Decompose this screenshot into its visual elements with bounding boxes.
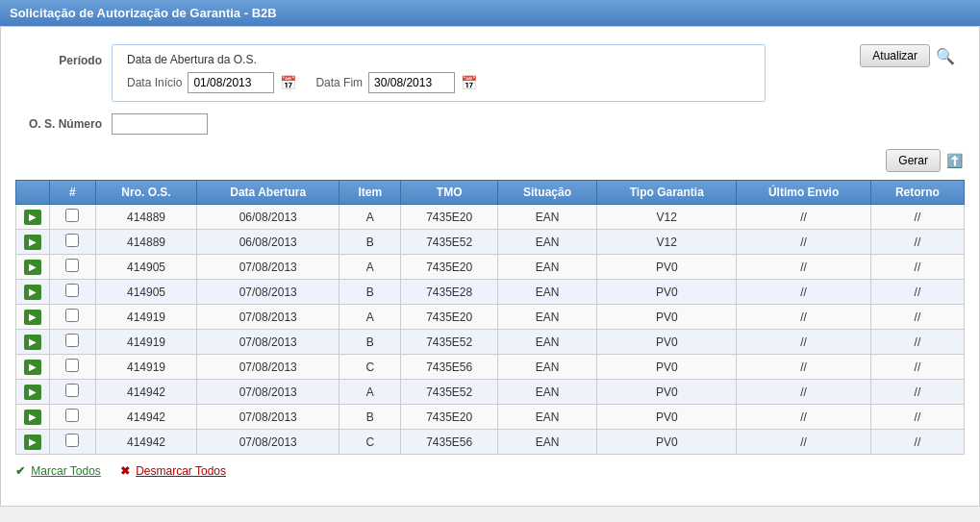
- row-action-icon[interactable]: ▶: [16, 205, 50, 230]
- col-tmo: TMO: [401, 181, 497, 205]
- cell-ultimo-envio: //: [737, 380, 870, 405]
- table-row: ▶41491907/08/2013B7435E52EANPV0////: [16, 330, 965, 355]
- data-fim-label: Data Fim: [315, 76, 363, 89]
- cell-retorno: //: [870, 330, 964, 355]
- cell-data-abertura: 07/08/2013: [197, 280, 339, 305]
- cell-item: B: [339, 330, 401, 355]
- cell-ultimo-envio: //: [737, 330, 870, 355]
- calendar-fim-icon[interactable]: 📅: [461, 75, 477, 90]
- cell-nro-os: 414942: [95, 405, 196, 430]
- cell-tmo: 7435E56: [401, 430, 497, 455]
- cell-nro-os: 414942: [95, 430, 196, 455]
- cell-item: B: [339, 405, 401, 430]
- row-checkbox[interactable]: [65, 234, 79, 247]
- cell-tmo: 7435E52: [401, 230, 497, 255]
- cell-situacao: EAN: [497, 280, 596, 305]
- cell-data-abertura: 07/08/2013: [197, 355, 339, 380]
- cell-tipo-garantia: PV0: [597, 430, 737, 455]
- row-checkbox-cell[interactable]: [50, 280, 96, 305]
- cell-situacao: EAN: [497, 355, 596, 380]
- row-checkbox-cell[interactable]: [50, 230, 96, 255]
- cell-tmo: 7435E52: [401, 330, 497, 355]
- cell-nro-os: 414942: [95, 380, 196, 405]
- cell-tmo: 7435E20: [401, 255, 497, 280]
- cell-situacao: EAN: [497, 230, 596, 255]
- table-row: ▶41491907/08/2013A7435E20EANPV0////: [16, 305, 965, 330]
- row-checkbox[interactable]: [65, 409, 79, 422]
- cell-situacao: EAN: [497, 430, 596, 455]
- table-row: ▶41494207/08/2013C7435E56EANPV0////: [16, 430, 965, 455]
- row-action-icon[interactable]: ▶: [16, 230, 50, 255]
- check-icon: ✔: [15, 464, 25, 478]
- row-action-icon[interactable]: ▶: [16, 355, 50, 380]
- cell-data-abertura: 06/08/2013: [197, 230, 339, 255]
- desmarcar-todos-link[interactable]: Desmarcar Todos: [136, 464, 226, 478]
- table-row: ▶41490507/08/2013B7435E28EANPV0////: [16, 280, 965, 305]
- row-checkbox[interactable]: [65, 359, 79, 372]
- table-row: ▶41494207/08/2013B7435E20EANPV0////: [16, 405, 965, 430]
- cell-tmo: 7435E20: [401, 405, 497, 430]
- cell-item: C: [339, 430, 401, 455]
- row-action-icon[interactable]: ▶: [16, 255, 50, 280]
- cell-item: A: [339, 380, 401, 405]
- cell-retorno: //: [870, 430, 964, 455]
- data-fim-input[interactable]: [368, 72, 455, 93]
- atualizar-button[interactable]: Atualizar: [860, 44, 930, 67]
- cell-nro-os: 414889: [95, 205, 196, 230]
- cell-tipo-garantia: V12: [597, 205, 737, 230]
- col-data-abertura: Data Abertura: [197, 181, 339, 205]
- col-item: Item: [339, 181, 401, 205]
- gerar-button[interactable]: Gerar: [886, 149, 941, 172]
- search-icon[interactable]: 🔍: [936, 47, 955, 65]
- row-checkbox[interactable]: [65, 434, 79, 447]
- row-action-icon[interactable]: ▶: [16, 430, 50, 455]
- cell-nro-os: 414905: [95, 255, 196, 280]
- periodo-label: Período: [15, 44, 112, 67]
- cell-item: B: [339, 280, 401, 305]
- upload-icon: ⬆️: [946, 153, 963, 168]
- row-checkbox[interactable]: [65, 384, 79, 397]
- cell-ultimo-envio: //: [737, 355, 870, 380]
- row-action-icon[interactable]: ▶: [16, 305, 50, 330]
- row-checkbox[interactable]: [65, 309, 79, 322]
- row-checkbox[interactable]: [65, 284, 79, 297]
- row-checkbox-cell[interactable]: [50, 305, 96, 330]
- row-checkbox[interactable]: [65, 334, 79, 347]
- cell-tmo: 7435E52: [401, 380, 497, 405]
- marcar-todos-link[interactable]: Marcar Todos: [31, 464, 100, 478]
- row-action-icon[interactable]: ▶: [16, 405, 50, 430]
- cell-situacao: EAN: [497, 330, 596, 355]
- row-action-icon[interactable]: ▶: [16, 330, 50, 355]
- cell-nro-os: 414919: [95, 305, 196, 330]
- cell-tipo-garantia: PV0: [597, 380, 737, 405]
- calendar-inicio-icon[interactable]: 📅: [280, 75, 296, 90]
- cell-retorno: //: [870, 230, 964, 255]
- cell-nro-os: 414889: [95, 230, 196, 255]
- row-checkbox-cell[interactable]: [50, 380, 96, 405]
- cell-tmo: 7435E20: [401, 205, 497, 230]
- row-checkbox-cell[interactable]: [50, 205, 96, 230]
- cell-tipo-garantia: PV0: [597, 355, 737, 380]
- cell-ultimo-envio: //: [737, 255, 870, 280]
- row-action-icon[interactable]: ▶: [16, 380, 50, 405]
- row-checkbox[interactable]: [65, 209, 79, 222]
- data-inicio-label: Data Início: [127, 76, 182, 89]
- cell-situacao: EAN: [497, 205, 596, 230]
- os-numero-input[interactable]: [112, 113, 208, 135]
- col-retorno: Retorno: [870, 181, 964, 205]
- cell-nro-os: 414905: [95, 280, 196, 305]
- row-checkbox-cell[interactable]: [50, 355, 96, 380]
- cell-tmo: 7435E28: [401, 280, 497, 305]
- row-checkbox[interactable]: [65, 259, 79, 272]
- cell-item: A: [339, 255, 401, 280]
- row-checkbox-cell[interactable]: [50, 430, 96, 455]
- row-checkbox-cell[interactable]: [50, 405, 96, 430]
- cell-data-abertura: 07/08/2013: [197, 405, 339, 430]
- table-row: ▶41488906/08/2013B7435E52EANV12////: [16, 230, 965, 255]
- data-inicio-input[interactable]: [188, 72, 274, 93]
- row-action-icon[interactable]: ▶: [16, 280, 50, 305]
- row-checkbox-cell[interactable]: [50, 255, 96, 280]
- cell-retorno: //: [870, 305, 964, 330]
- row-checkbox-cell[interactable]: [50, 330, 96, 355]
- cell-ultimo-envio: //: [737, 430, 870, 455]
